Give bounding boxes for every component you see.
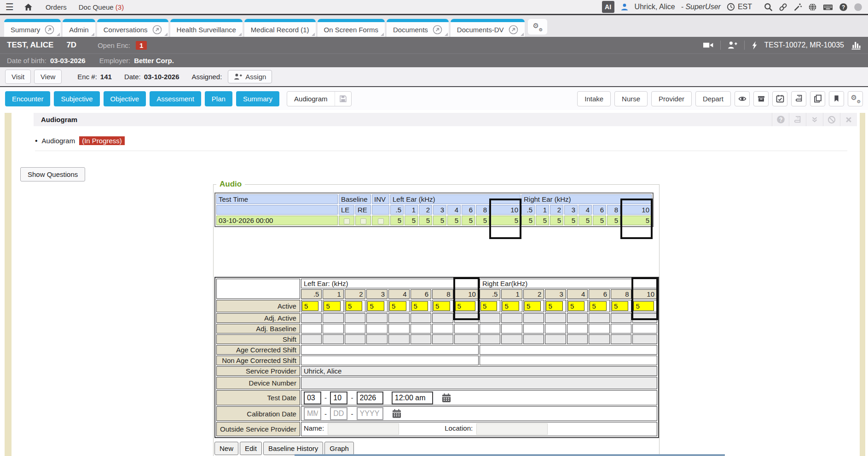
section-button-subjective[interactable]: Subjective — [54, 91, 99, 106]
stage-button-depart[interactable]: Depart — [695, 91, 731, 106]
close-icon-button[interactable] — [840, 113, 857, 126]
link-icon[interactable] — [779, 3, 787, 12]
stage-button-intake[interactable]: Intake — [577, 91, 611, 106]
search-icon[interactable] — [764, 3, 773, 12]
inv-checkbox[interactable] — [378, 218, 384, 224]
active-value-input[interactable]: 5 — [524, 301, 541, 311]
bar-chart-icon[interactable] — [851, 41, 861, 50]
book-icon-button[interactable] — [791, 91, 806, 106]
collapse-icon-button[interactable] — [806, 113, 823, 126]
open-enc-count-badge[interactable]: 1 — [136, 41, 147, 50]
tab-on-screen-forms[interactable]: On Screen Forms — [318, 19, 385, 37]
wand-icon[interactable] — [793, 3, 802, 12]
active-value-input[interactable]: 5 — [389, 301, 406, 311]
visit-button[interactable]: Visit — [5, 70, 31, 84]
hamburger-menu-icon[interactable]: ☰ — [6, 2, 14, 12]
calibration-day-input[interactable] — [330, 407, 347, 420]
home-icon[interactable] — [24, 3, 33, 12]
gears-icon: ⚙⚙ — [533, 22, 542, 31]
baseline-le-checkbox[interactable] — [344, 218, 350, 224]
help-icon-button[interactable]: ? — [772, 113, 789, 126]
calibration-year-input[interactable] — [357, 407, 383, 420]
nav-doc-queue[interactable]: Doc Queue (3) — [79, 3, 124, 11]
col-right-ear: Right Ear (kHz) — [521, 194, 652, 204]
outside-name-input[interactable] — [328, 423, 399, 435]
section-button-objective[interactable]: Objective — [104, 91, 146, 106]
active-value-input[interactable]: 5 — [455, 301, 475, 311]
footer-button-edit[interactable]: Edit — [240, 442, 262, 455]
active-value-input[interactable]: 5 — [324, 301, 341, 311]
active-value-input[interactable]: 5 — [546, 301, 563, 311]
tab-conversations[interactable]: Conversations — [97, 19, 168, 37]
active-value-input[interactable]: 5 — [568, 301, 585, 311]
outside-location-input[interactable] — [476, 423, 548, 435]
nav-orders[interactable]: Orders — [46, 3, 67, 11]
footer-button-graph[interactable]: Graph — [324, 442, 354, 455]
active-value-input[interactable]: 5 — [633, 301, 654, 311]
lightning-icon[interactable] — [752, 41, 758, 50]
active-value-input[interactable]: 5 — [612, 301, 629, 311]
baseline-re-checkbox[interactable] — [360, 218, 366, 224]
footer-button-new[interactable]: New — [214, 442, 238, 455]
add-person-icon[interactable] — [728, 41, 737, 49]
section-button-assessment[interactable]: Assessment — [150, 91, 201, 106]
gears-icon-button[interactable]: ⚙⚙ — [848, 91, 863, 106]
toolbar-icon-group: ⚙⚙ — [731, 91, 863, 106]
ai-badge[interactable]: AI — [602, 1, 614, 13]
tab-documents-dv[interactable]: Documents-DV — [451, 19, 525, 37]
active-value-input[interactable]: 5 — [502, 301, 519, 311]
user-name[interactable]: Uhrick, Alice — [635, 3, 675, 11]
video-camera-icon[interactable] — [703, 41, 713, 49]
tab-medical-record-1[interactable]: Medical Record (1) — [244, 19, 316, 37]
globe-icon[interactable] — [808, 3, 817, 12]
calcheck-icon-button[interactable] — [772, 91, 787, 106]
test-date-year-input[interactable] — [357, 392, 383, 404]
active-value-input[interactable]: 5 — [367, 301, 384, 311]
copy-icon-button[interactable] — [810, 91, 825, 106]
note-tab-audiogram[interactable]: Audiogram — [287, 91, 352, 106]
section-button-encounter[interactable]: Encounter — [5, 91, 50, 106]
stage-button-nurse[interactable]: Nurse — [614, 91, 648, 106]
tab-documents[interactable]: Documents — [387, 19, 449, 37]
active-value-input[interactable]: 5 — [433, 301, 450, 311]
external-link-icon[interactable] — [509, 25, 518, 35]
tab-admin[interactable]: Admin — [63, 19, 95, 37]
keyboard-icon[interactable] — [823, 3, 833, 12]
test-date-day-input[interactable] — [330, 392, 347, 404]
show-questions-button[interactable]: Show Questions — [20, 167, 85, 181]
audiogram-item-label[interactable]: Audiogram — [42, 137, 75, 145]
test-date-month-input[interactable] — [304, 392, 321, 404]
active-value-input[interactable]: 5 — [590, 301, 607, 311]
test-time-input[interactable] — [392, 392, 433, 404]
save-icon[interactable] — [335, 92, 351, 106]
help-icon[interactable]: ? — [839, 3, 848, 12]
t1-left-value-4: 5 — [447, 216, 461, 225]
tab-health-surveillance[interactable]: Health Surveillance — [170, 19, 243, 37]
active-value-input[interactable]: 5 — [346, 301, 363, 311]
footer-button-baseline-history[interactable]: Baseline History — [263, 442, 323, 455]
active-value-input[interactable]: 5 — [411, 301, 428, 311]
t1-left-value-1: 5 — [405, 216, 418, 225]
active-value-input[interactable]: 5 — [480, 301, 498, 311]
calendar-icon[interactable] — [441, 393, 451, 403]
bookmark-icon-button[interactable] — [829, 91, 844, 106]
archive-icon-button[interactable] — [753, 91, 769, 106]
section-button-summary[interactable]: Summary — [236, 91, 279, 106]
book-icon-button[interactable] — [789, 113, 806, 126]
view-button[interactable]: View — [34, 70, 62, 84]
external-link-icon[interactable] — [433, 25, 442, 35]
calendar-icon[interactable] — [392, 409, 402, 419]
eye-icon-button[interactable] — [735, 91, 750, 106]
tab-summary[interactable]: Summary — [4, 19, 61, 37]
calibration-month-input[interactable] — [304, 407, 321, 420]
active-value-input[interactable]: 5 — [302, 301, 319, 311]
assign-button[interactable]: Assign — [228, 70, 272, 83]
stage-button-provider[interactable]: Provider — [651, 91, 692, 106]
shift-cell — [454, 334, 479, 344]
disable-icon-button[interactable] — [823, 113, 840, 126]
empty-cell — [372, 205, 389, 215]
tab-settings-button[interactable]: ⚙⚙ — [528, 19, 547, 35]
external-link-icon[interactable] — [45, 25, 54, 35]
section-button-plan[interactable]: Plan — [205, 91, 232, 106]
external-link-icon[interactable] — [152, 25, 162, 35]
